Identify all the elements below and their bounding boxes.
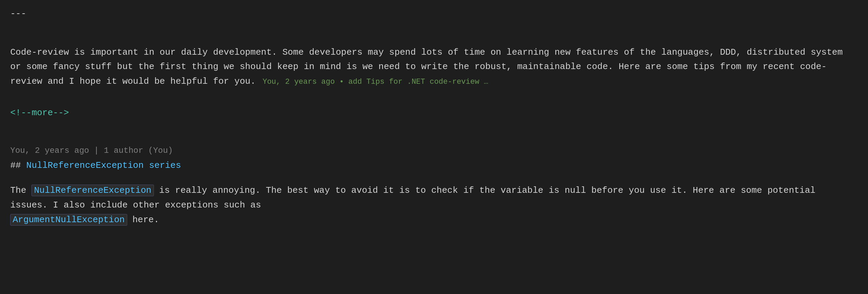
separator-line: --- xyxy=(10,7,858,21)
heading-text: NullReferenceException series xyxy=(21,160,181,171)
section-heading: ## NullReferenceException series xyxy=(10,159,858,173)
null-reference-exception-code: NullReferenceException xyxy=(31,185,154,196)
argument-null-exception-code: ArgumentNullException xyxy=(10,214,127,226)
paragraph-1: Code-review is important in our daily de… xyxy=(10,45,858,89)
paragraph-2-end: here. xyxy=(127,215,159,225)
inline-tooltip: You, 2 years ago • add Tips for .NET cod… xyxy=(263,78,488,86)
comment-tag: <!--more--> xyxy=(10,106,858,120)
paragraph-2: The NullReferenceException is really ann… xyxy=(10,183,858,227)
section-meta: You, 2 years ago | 1 author (You) xyxy=(10,144,858,157)
heading-hash: ## xyxy=(10,160,21,171)
paragraph-2-before: The xyxy=(10,185,31,196)
